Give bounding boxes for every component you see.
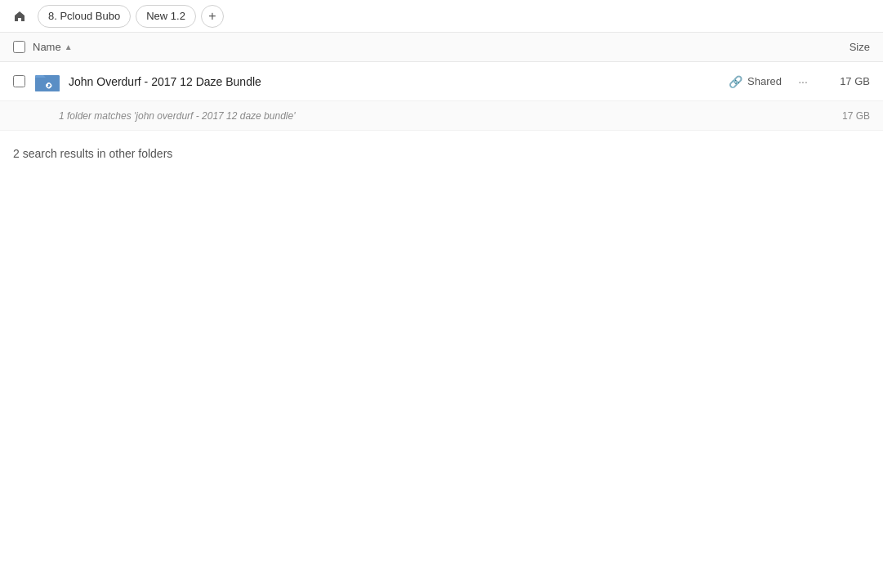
select-all-checkbox[interactable] (13, 41, 25, 53)
row-checkbox-wrapper[interactable] (13, 75, 33, 87)
add-tab-button[interactable]: + (201, 5, 224, 28)
other-folders-section: 2 search results in other folders (0, 131, 883, 167)
more-options-button[interactable]: ··· (792, 70, 814, 93)
folder-icon (34, 69, 60, 95)
shared-badge: 🔗 Shared (729, 75, 782, 88)
file-size: 17 GB (821, 75, 870, 87)
select-all-checkbox-wrapper[interactable] (13, 41, 33, 53)
sub-result-text: 1 folder matches 'john overdurf - 2017 1… (59, 110, 842, 122)
sub-result-row: 1 folder matches 'john overdurf - 2017 1… (0, 101, 883, 131)
row-checkbox[interactable] (13, 75, 25, 87)
sub-result-size: 17 GB (842, 110, 870, 122)
column-header-row: Name ▲ Size (0, 33, 883, 62)
sort-arrow-icon: ▲ (65, 42, 73, 51)
home-icon (13, 10, 26, 23)
size-column-header: Size (805, 41, 870, 53)
breadcrumb-item-1[interactable]: 8. Pcloud Bubo (38, 5, 131, 28)
file-row-main[interactable]: John Overdurf - 2017 12 Daze Bundle 🔗 Sh… (0, 62, 883, 101)
svg-line-3 (47, 84, 48, 85)
link-icon: 🔗 (729, 75, 743, 88)
other-folders-title: 2 search results in other folders (13, 147, 870, 160)
breadcrumb-item-2[interactable]: New 1.2 (136, 5, 196, 28)
folder-icon-wrapper (33, 67, 62, 96)
file-name: John Overdurf - 2017 12 Daze Bundle (69, 75, 729, 88)
name-column-header[interactable]: Name ▲ (33, 41, 805, 53)
top-bar: 8. Pcloud Bubo New 1.2 + (0, 0, 883, 33)
home-button[interactable] (7, 3, 33, 29)
